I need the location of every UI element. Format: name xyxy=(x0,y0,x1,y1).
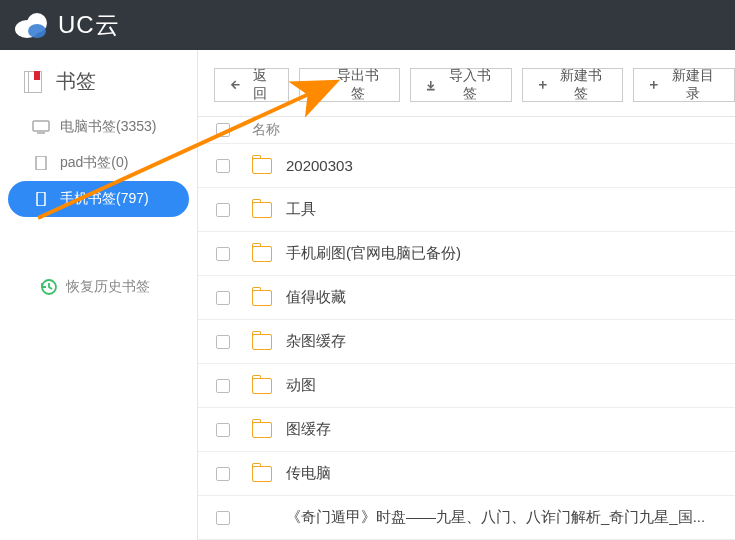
folder-icon xyxy=(252,422,272,438)
row-checkbox[interactable] xyxy=(216,335,230,349)
folder-icon xyxy=(252,246,272,262)
select-all-checkbox[interactable] xyxy=(216,123,230,137)
new-bookmark-button[interactable]: 新建书签 xyxy=(522,68,624,102)
list-row[interactable]: 20200303 xyxy=(198,144,735,188)
tablet-icon xyxy=(32,156,50,170)
restore-history-label: 恢复历史书签 xyxy=(66,278,150,296)
list-row[interactable]: 工具 xyxy=(198,188,735,232)
row-name: 传电脑 xyxy=(286,464,331,483)
svg-rect-5 xyxy=(36,156,46,170)
upload-icon xyxy=(314,79,326,91)
export-bookmarks-button[interactable]: 导出书签 xyxy=(299,68,401,102)
restore-history-icon xyxy=(38,277,58,297)
row-checkbox[interactable] xyxy=(216,379,230,393)
svg-rect-6 xyxy=(37,192,45,206)
app-name: UC云 xyxy=(58,9,120,41)
folder-icon xyxy=(252,466,272,482)
sidebar-item-pad-bookmarks[interactable]: pad书签(0) xyxy=(0,145,197,181)
button-label: 新建目录 xyxy=(666,67,720,103)
bookmark-icon xyxy=(24,71,46,93)
button-label: 导入书签 xyxy=(443,67,497,103)
list-row[interactable]: 传电脑 xyxy=(198,452,735,496)
button-label: 新建书签 xyxy=(554,67,608,103)
row-checkbox[interactable] xyxy=(216,203,230,217)
back-arrow-icon xyxy=(229,79,241,91)
list-header: 名称 xyxy=(198,117,735,144)
cloud-logo-icon xyxy=(14,11,50,39)
folder-icon xyxy=(252,334,272,350)
folder-icon xyxy=(252,290,272,306)
row-name: 手机刷图(官网电脑已备份) xyxy=(286,244,461,263)
folder-icon xyxy=(252,158,272,174)
row-name: 《奇门遁甲》时盘——九星、八门、八诈门解析_奇门九星_国... xyxy=(286,508,705,527)
phone-icon xyxy=(32,192,50,206)
row-name: 杂图缓存 xyxy=(286,332,346,351)
row-name: 工具 xyxy=(286,200,316,219)
row-checkbox[interactable] xyxy=(216,467,230,481)
sidebar-title-text: 书签 xyxy=(56,68,96,95)
sidebar-item-phone-bookmarks[interactable]: 手机书签(797) xyxy=(8,181,189,217)
sidebar-item-label: 电脑书签(3353) xyxy=(60,118,156,136)
sidebar: 书签 电脑书签(3353) pad书签(0) 手机书签(797) 恢 xyxy=(0,50,198,540)
row-name: 20200303 xyxy=(286,157,353,174)
row-name: 动图 xyxy=(286,376,316,395)
row-checkbox[interactable] xyxy=(216,423,230,437)
back-button[interactable]: 返回 xyxy=(214,68,289,102)
svg-rect-3 xyxy=(33,121,49,131)
sidebar-item-desktop-bookmarks[interactable]: 电脑书签(3353) xyxy=(0,109,197,145)
bookmark-list: 20200303工具手机刷图(官网电脑已备份)值得收藏杂图缓存动图图缓存传电脑《… xyxy=(198,144,735,540)
row-checkbox[interactable] xyxy=(216,291,230,305)
list-row[interactable]: 图缓存 xyxy=(198,408,735,452)
row-name: 图缓存 xyxy=(286,420,331,439)
button-label: 返回 xyxy=(247,67,274,103)
list-row[interactable]: 值得收藏 xyxy=(198,276,735,320)
new-folder-button[interactable]: 新建目录 xyxy=(633,68,735,102)
list-row[interactable]: 手机刷图(官网电脑已备份) xyxy=(198,232,735,276)
plus-icon xyxy=(648,79,660,91)
app-header: UC云 xyxy=(0,0,735,50)
plus-icon xyxy=(537,79,549,91)
row-checkbox[interactable] xyxy=(216,247,230,261)
toolbar: 返回 导出书签 导入书签 新建书签 xyxy=(198,50,735,117)
main-panel: 返回 导出书签 导入书签 新建书签 xyxy=(198,50,735,540)
import-bookmarks-button[interactable]: 导入书签 xyxy=(410,68,512,102)
svg-point-2 xyxy=(28,24,46,38)
list-row[interactable]: 《奇门遁甲》时盘——九星、八门、八诈门解析_奇门九星_国... xyxy=(198,496,735,540)
column-header-name: 名称 xyxy=(252,121,280,139)
row-checkbox[interactable] xyxy=(216,159,230,173)
sidebar-title: 书签 xyxy=(0,64,197,109)
button-label: 导出书签 xyxy=(331,67,385,103)
download-icon xyxy=(425,79,437,91)
list-row[interactable]: 杂图缓存 xyxy=(198,320,735,364)
row-checkbox[interactable] xyxy=(216,511,230,525)
desktop-icon xyxy=(32,120,50,134)
list-row[interactable]: 动图 xyxy=(198,364,735,408)
folder-icon xyxy=(252,378,272,394)
folder-icon xyxy=(252,202,272,218)
restore-history-link[interactable]: 恢复历史书签 xyxy=(0,277,197,297)
row-name: 值得收藏 xyxy=(286,288,346,307)
sidebar-item-label: 手机书签(797) xyxy=(60,190,149,208)
sidebar-item-label: pad书签(0) xyxy=(60,154,128,172)
